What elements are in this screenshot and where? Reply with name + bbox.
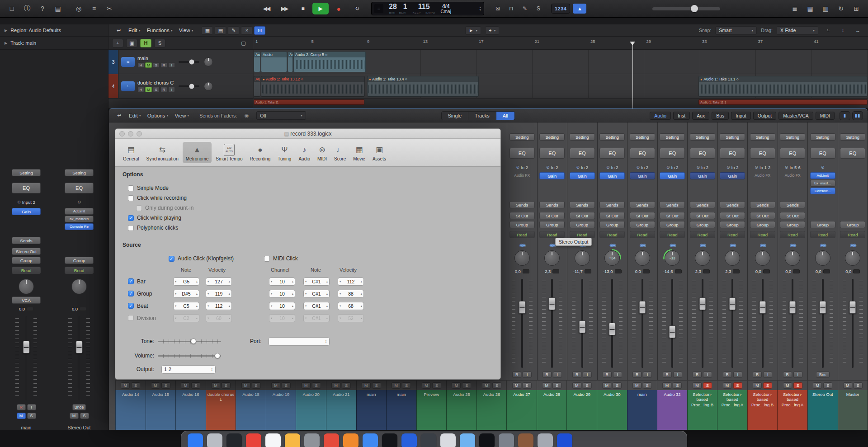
strip-automation-button[interactable]: Read <box>750 231 775 238</box>
input-monitor-button[interactable]: I <box>733 372 742 378</box>
dock-icon[interactable] <box>304 433 320 447</box>
strip-output-button[interactable]: St Out <box>720 212 745 219</box>
track-s-button[interactable]: S <box>153 87 160 92</box>
volume-fader[interactable] <box>567 277 597 370</box>
strip-sends-button[interactable]: Sends <box>780 201 805 208</box>
solo-button[interactable]: S <box>432 382 441 389</box>
strip-group-button[interactable]: Group <box>630 221 655 228</box>
solo-button[interactable]: S <box>252 382 261 389</box>
strip-group-button[interactable]: Group <box>660 221 685 228</box>
row-enable-checkbox[interactable]: ✓Bar <box>128 277 171 287</box>
stepper-up-icon[interactable]: ▴ <box>229 280 230 283</box>
strip-eq-button[interactable]: EQ <box>12 183 41 193</box>
strip-group-button[interactable]: Group <box>12 257 41 264</box>
input-monitor-button[interactable]: I <box>673 372 682 378</box>
gain-plugin-button[interactable]: Gain <box>539 172 565 179</box>
audio-region[interactable]: ●Audio 1: Take 13.1 ○ <box>698 76 868 97</box>
record-enable-button[interactable]: R <box>783 372 792 378</box>
strip-automation-button[interactable]: Read <box>630 231 655 238</box>
filter-aux[interactable]: Aux <box>692 112 709 120</box>
mute-button[interactable]: M <box>482 382 491 389</box>
strip-setting-button[interactable]: Setting <box>599 133 625 141</box>
strip-sends-button[interactable]: Sends <box>509 201 535 208</box>
view-mode-all[interactable]: All <box>496 111 515 120</box>
track-r-button[interactable]: R <box>160 62 167 68</box>
fader-cap[interactable] <box>579 320 585 333</box>
strip-automation-button[interactable]: Read <box>810 231 835 238</box>
strip-output-button[interactable]: St Out <box>599 212 625 219</box>
mute-button[interactable]: M <box>783 382 792 389</box>
track-name-tile[interactable]: Audio 18 <box>236 390 266 430</box>
strip-setting-button[interactable]: Setting <box>720 133 745 141</box>
solo-button[interactable]: S <box>462 382 471 389</box>
lcd-signature[interactable]: 4/4 Cmaj <box>441 4 451 14</box>
dock-icon[interactable] <box>538 433 553 447</box>
mute-button[interactable]: M <box>151 382 160 389</box>
settings-tab-synchronization[interactable]: ⇆Synchronization <box>143 142 182 163</box>
strip-output-button[interactable]: St Out <box>780 212 805 219</box>
strip-automation-button[interactable]: Read <box>509 231 535 238</box>
strip-eq-button[interactable]: EQ <box>570 148 595 159</box>
strip-output-button[interactable]: St Out <box>690 212 715 219</box>
smart-controls-icon[interactable]: ◎ <box>71 3 86 14</box>
track-pan-knob[interactable] <box>204 57 213 66</box>
pan-knob[interactable] <box>785 250 800 266</box>
solo-button[interactable]: S <box>372 382 381 389</box>
settings-tab-movie[interactable]: ▦Movie <box>350 142 368 163</box>
strip-sends-button[interactable]: Sends <box>630 201 655 208</box>
solo-button[interactable]: S <box>27 413 36 419</box>
track-name-tile[interactable]: Audio 19 <box>266 390 296 430</box>
track-s-button[interactable]: S <box>153 62 160 68</box>
track-header[interactable]: 3≈mainHMSRI <box>108 50 253 74</box>
dock-icon[interactable] <box>324 433 339 447</box>
solo-button[interactable]: S <box>733 382 742 389</box>
track-name-tile[interactable]: Audio 14 <box>115 390 146 430</box>
strip-setting-button[interactable]: Setting <box>690 133 715 141</box>
lcd-display[interactable]: ≡ 281 BARBEAT 115 KEEPTEMPO 4/4 Cmaj ▴▾ <box>371 2 484 15</box>
dock-icon[interactable] <box>440 433 456 447</box>
track-name-tile[interactable]: Stereo Out <box>807 390 838 430</box>
dock-icon[interactable] <box>188 433 203 447</box>
plugin-slot[interactable]: AdLimit <box>65 208 94 215</box>
volume-fader[interactable] <box>627 277 657 370</box>
strip-eq-button[interactable]: EQ <box>630 148 655 159</box>
track-h-button[interactable]: H <box>137 62 144 68</box>
checkbox-icon[interactable]: ✓ <box>128 215 134 221</box>
solo-button[interactable]: S <box>673 382 682 389</box>
track-m-button[interactable]: M <box>145 62 152 68</box>
strip-sends-button[interactable]: Sends <box>750 201 775 208</box>
midi-velocity-stepper[interactable]: ▾68▴ <box>338 302 364 310</box>
strip-group-button[interactable]: Group <box>720 221 745 228</box>
strip-group-button[interactable]: Group <box>509 221 535 228</box>
strip-output-button[interactable]: St Out <box>630 212 655 219</box>
inspector-icon[interactable]: ⓘ <box>20 3 34 14</box>
forward-button[interactable]: ▶▶ <box>276 3 292 14</box>
strip-group-button[interactable]: Group <box>539 221 565 228</box>
track-i-button[interactable]: I <box>168 87 175 92</box>
strip-input-slot[interactable]: ⊙In 2 <box>546 164 558 170</box>
checkbox-icon[interactable]: ✓ <box>128 291 134 296</box>
mute-button[interactable]: M <box>542 382 551 389</box>
settings-tab-assets[interactable]: ▣Assets <box>369 142 389 163</box>
gain-plugin-button[interactable]: Gain <box>720 172 745 179</box>
volume-fader[interactable] <box>598 277 627 370</box>
no-overlap-icon[interactable]: ⊠ <box>491 3 504 14</box>
settings-tab-tuning[interactable]: ΨTuning <box>274 142 294 163</box>
strip-sends-button[interactable]: Sends <box>570 201 595 208</box>
track-name-tile[interactable]: Audio 25 <box>446 390 476 430</box>
hide-tracks-button[interactable]: H <box>140 39 151 47</box>
stepper-up-icon[interactable]: ▴ <box>361 316 362 320</box>
solo-button[interactable]: S <box>191 382 200 389</box>
plugin-slot[interactable]: Console... <box>810 188 835 194</box>
fader-cap[interactable] <box>76 341 83 353</box>
slider-thumb[interactable] <box>191 339 196 344</box>
strip-input-slot[interactable]: ⊙In 2 <box>637 164 648 170</box>
strip-sends-button[interactable]: Sends <box>690 201 715 208</box>
strip-setting-button[interactable]: Setting <box>539 133 565 141</box>
midi-note-stepper[interactable]: ▾C#1▴ <box>303 278 330 286</box>
disclosure-icon[interactable]: ▶ <box>5 28 7 33</box>
pan-knob[interactable] <box>695 250 710 266</box>
volume-slider-thumb[interactable] <box>691 5 698 12</box>
pan-knob[interactable]: +34 <box>604 250 620 266</box>
list-view-icon[interactable]: ▤ <box>215 26 226 35</box>
